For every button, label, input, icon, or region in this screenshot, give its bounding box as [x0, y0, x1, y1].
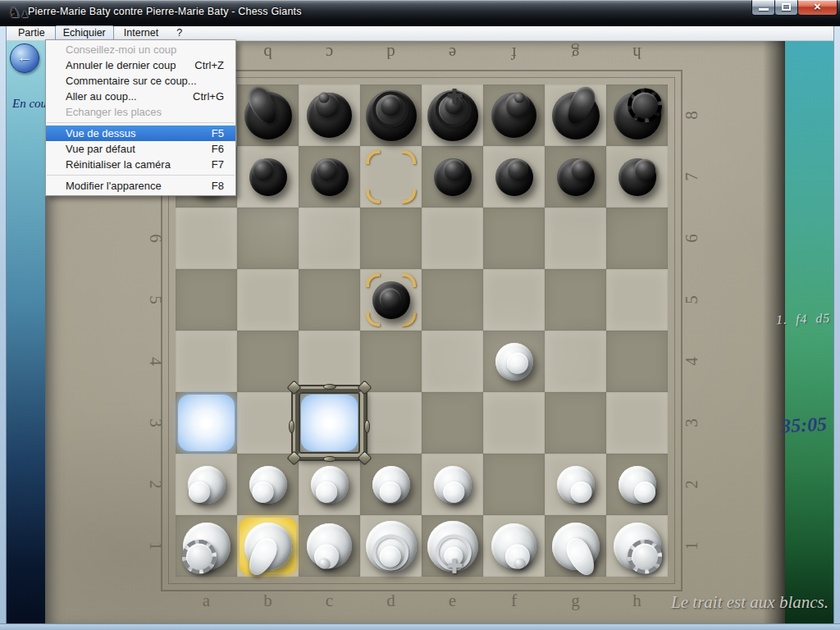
square-g3[interactable]: [545, 392, 606, 454]
square-d4[interactable]: [360, 331, 422, 392]
black-king-e8[interactable]: [422, 84, 483, 146]
white-pawn-f4[interactable]: [483, 331, 545, 392]
piece-head: [379, 94, 400, 116]
piece-head: [443, 159, 464, 180]
white-queen-d1[interactable]: [360, 515, 422, 577]
king-cross-icon: [446, 557, 463, 573]
piece-head: [443, 482, 464, 503]
menu-item-aller-au-coup-[interactable]: Aller au coup...Ctrl+G: [46, 89, 235, 104]
file-label-bottom-c: c: [299, 591, 360, 611]
white-rook-a1[interactable]: [176, 515, 237, 577]
white-bishop-c1[interactable]: [299, 515, 360, 577]
square-f3[interactable]: [483, 392, 545, 454]
piece-head: [570, 159, 591, 180]
black-knight-g8[interactable]: [545, 84, 606, 146]
menu-item-annuler-le-dernier-coup[interactable]: Annuler le dernier coupCtrl+Z: [46, 57, 235, 73]
square-e3[interactable]: [422, 392, 483, 454]
black-pawn-c7[interactable]: [299, 146, 360, 208]
last-move-marker: [402, 189, 416, 203]
square-f2[interactable]: [483, 454, 545, 515]
menu-item-vue-de-dessus[interactable]: Vue de dessusF5: [46, 126, 235, 141]
square-d6[interactable]: [360, 208, 422, 269]
move-target-glow: [178, 395, 235, 451]
rank-label-left-4: 4: [125, 352, 186, 372]
square-c4[interactable]: [299, 331, 360, 392]
white-pawn-c2[interactable]: [299, 454, 360, 515]
piece-tip: [318, 93, 329, 103]
piece-head: [379, 482, 400, 503]
king-cross-icon: [446, 88, 463, 104]
menu-item-vue-par-défaut[interactable]: Vue par défautF6: [46, 141, 235, 157]
menu-item-conseillez-moi-un-coup[interactable]: Conseillez-moi un coup: [46, 42, 235, 57]
turn-status-text: Le trait est aux blancs.: [671, 592, 829, 613]
cursor-frame: [293, 386, 366, 459]
square-f6[interactable]: [483, 208, 545, 269]
square-e5[interactable]: [422, 269, 483, 331]
rank-label-right-7: 7: [661, 167, 723, 187]
white-knight-b1[interactable]: [237, 515, 299, 577]
square-h4[interactable]: [606, 331, 668, 392]
white-rook-h1[interactable]: [606, 515, 668, 577]
menu-separator: [47, 122, 235, 123]
square-h5[interactable]: [606, 269, 668, 331]
square-b6[interactable]: [237, 208, 299, 269]
square-f5[interactable]: [483, 269, 545, 331]
menu-item-shortcut: F7: [212, 157, 224, 172]
menu-item-shortcut: F8: [212, 178, 224, 194]
square-g4[interactable]: [545, 331, 606, 392]
menu-item-label: Echanger les places: [66, 104, 162, 120]
black-pawn-d5[interactable]: [360, 269, 422, 331]
square-c6[interactable]: [299, 208, 360, 269]
file-label-bottom-a: a: [176, 591, 237, 611]
black-pawn-b7[interactable]: [237, 146, 299, 208]
square-b4[interactable]: [237, 331, 299, 392]
white-pawn-d2[interactable]: [360, 454, 422, 515]
square-g6[interactable]: [545, 208, 606, 269]
white-pawn-h2[interactable]: [606, 454, 668, 515]
black-rook-h8[interactable]: [606, 84, 668, 146]
square-g5[interactable]: [545, 269, 606, 331]
menu-item-label: Modifier l'apparence: [66, 178, 162, 194]
file-label-bottom-h: h: [606, 591, 668, 611]
black-bishop-f8[interactable]: [483, 84, 545, 146]
white-king-e1[interactable]: [422, 515, 483, 577]
square-e4[interactable]: [422, 331, 483, 392]
window-border-bottom: [0, 623, 840, 630]
black-pawn-g7[interactable]: [545, 146, 606, 208]
menu-item-label: Réinitialiser la caméra: [66, 157, 171, 172]
menu-item-modifier-l-apparence[interactable]: Modifier l'apparenceF8: [46, 178, 235, 194]
cursor-frame-ornament: [323, 384, 336, 390]
minimize-button[interactable]: [751, 0, 775, 16]
highlight-target-cursor-c3[interactable]: [299, 392, 360, 454]
square-c5[interactable]: [299, 269, 360, 331]
back-button[interactable]: ←: [10, 43, 39, 73]
highlight-target-a3[interactable]: [176, 392, 237, 454]
square-e6[interactable]: [422, 208, 483, 269]
maximize-button[interactable]: [775, 0, 798, 16]
black-pawn-h7[interactable]: [606, 146, 668, 208]
menu-item-echanger-les-places[interactable]: Echanger les places: [46, 104, 235, 120]
close-button[interactable]: ×: [798, 0, 838, 16]
white-pawn-e2[interactable]: [422, 454, 483, 515]
minimize-icon: [759, 8, 769, 11]
black-pawn-e7[interactable]: [422, 146, 483, 208]
square-b5[interactable]: [237, 269, 299, 331]
menu-item-réinitialiser-la-caméra[interactable]: Réinitialiser la caméraF7: [46, 157, 235, 172]
file-label-bottom-g: g: [545, 591, 606, 611]
white-knight-g1[interactable]: [545, 515, 606, 577]
black-pawn-f7[interactable]: [483, 146, 545, 208]
piece-head: [379, 546, 400, 567]
menu-item-shortcut: F5: [212, 126, 224, 141]
black-queen-d8[interactable]: [360, 84, 422, 146]
white-bishop-f1[interactable]: [483, 515, 545, 577]
file-label-top-e: e: [422, 43, 483, 63]
file-label-bottom-b: b: [237, 591, 299, 611]
white-pawn-g2[interactable]: [545, 454, 606, 515]
white-pawn-b2[interactable]: [237, 454, 299, 515]
black-knight-b8[interactable]: [237, 84, 299, 146]
black-bishop-c8[interactable]: [299, 84, 360, 146]
menu-item-commentaire-sur-ce-coup-[interactable]: Commentaire sur ce coup...: [46, 73, 235, 89]
square-h3[interactable]: [606, 392, 668, 454]
white-pawn-a2[interactable]: [176, 454, 237, 515]
square-h6[interactable]: [606, 208, 668, 269]
